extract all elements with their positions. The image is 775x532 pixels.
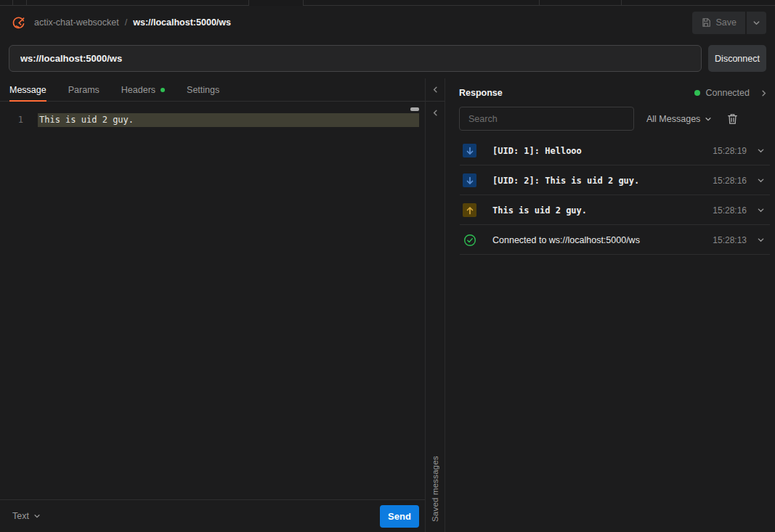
- request-header: actix-chat-websocket / ws://localhost:50…: [0, 6, 775, 39]
- message-type-label: Text: [12, 511, 29, 521]
- response-header: Response Connected: [445, 83, 775, 103]
- chevron-right-icon: [760, 89, 768, 97]
- message-row[interactable]: This is uid 2 guy. 15:28:16: [445, 195, 775, 225]
- tab-divider: [621, 0, 622, 6]
- connection-status-label: Connected: [706, 88, 750, 98]
- message-row[interactable]: [UID: 1]: Hellooo 15:28:19: [445, 136, 775, 165]
- expand-saved-messages-button[interactable]: [429, 106, 442, 120]
- breadcrumb: actix-chat-websocket / ws://localhost:50…: [34, 17, 231, 28]
- response-toolbar: All Messages: [445, 103, 775, 131]
- message-editor[interactable]: 1 This is uid 2 guy.: [0, 102, 425, 499]
- tab-headers[interactable]: Headers: [121, 78, 165, 101]
- search-input[interactable]: [459, 107, 634, 131]
- message-filter-select[interactable]: All Messages: [646, 114, 712, 124]
- compose-bar: Text Send: [0, 499, 425, 532]
- tab-strip-border-left: [0, 5, 248, 6]
- chevron-left-icon: [431, 109, 439, 117]
- chevron-down-icon: [705, 115, 712, 123]
- editor-gutter: 1: [0, 113, 38, 499]
- arrow-down-icon: [463, 144, 476, 157]
- message-row[interactable]: Connected to ws://localhost:5000/ws 15:2…: [445, 225, 775, 255]
- tab-settings[interactable]: Settings: [187, 78, 219, 101]
- editor-content[interactable]: This is uid 2 guy.: [38, 113, 425, 499]
- chevron-down-icon: [33, 512, 41, 520]
- saved-messages-strip: Saved messages: [425, 78, 445, 532]
- expand-message-button[interactable]: [755, 175, 766, 186]
- message-text: This is uid 2 guy.: [492, 205, 587, 216]
- message-text: Connected to ws://localhost:5000/ws: [492, 235, 640, 245]
- editor-scrollbar-thumb[interactable]: [410, 107, 419, 111]
- tab-divider: [303, 0, 304, 6]
- tab-headers-label: Headers: [121, 85, 155, 95]
- message-type-select[interactable]: Text: [12, 511, 41, 521]
- trash-icon: [727, 113, 738, 125]
- message-timestamp: 15:28:16: [713, 176, 747, 186]
- message-text: [UID: 1]: Hellooo: [492, 146, 582, 156]
- save-button-group: Save: [692, 12, 767, 34]
- chevron-down-icon: [752, 19, 760, 27]
- headers-modified-dot: [161, 88, 165, 92]
- message-filter-label: All Messages: [646, 114, 700, 124]
- tab-message[interactable]: Message: [9, 78, 46, 101]
- message-timestamp: 15:28:19: [713, 146, 747, 156]
- breadcrumb-collection[interactable]: actix-chat-websocket: [34, 17, 119, 28]
- websocket-icon: [12, 16, 25, 30]
- editor-line-1[interactable]: This is uid 2 guy.: [38, 113, 419, 127]
- message-timestamp: 15:28:16: [713, 205, 747, 216]
- collapse-left-icon[interactable]: [429, 83, 442, 97]
- request-tabs: Message Params Headers Settings: [0, 78, 425, 102]
- app-tab-strip: [0, 0, 775, 6]
- arrow-down-icon: [463, 173, 476, 187]
- tab-message-label: Message: [9, 85, 46, 95]
- save-button[interactable]: Save: [692, 12, 746, 34]
- arrow-up-icon: [463, 203, 476, 217]
- disconnect-button[interactable]: Disconnect: [708, 45, 766, 72]
- tab-divider: [248, 0, 249, 6]
- line-number: 1: [0, 113, 23, 127]
- connection-status-dot: [694, 90, 700, 96]
- send-button[interactable]: Send: [380, 505, 419, 528]
- url-bar: Disconnect: [0, 39, 775, 72]
- chevron-down-icon: [757, 236, 765, 244]
- tab-divider: [539, 0, 540, 6]
- expand-message-button[interactable]: [755, 205, 766, 216]
- tab-params[interactable]: Params: [68, 78, 100, 101]
- breadcrumb-request-name: ws://localhost:5000/ws: [133, 17, 231, 28]
- breadcrumb-separator: /: [125, 17, 127, 28]
- message-timestamp: 15:28:13: [713, 235, 747, 245]
- collapse-response-button[interactable]: [757, 88, 771, 99]
- chevron-down-icon: [757, 176, 765, 184]
- tab-divider: [12, 0, 13, 6]
- message-text: [UID: 2]: This is uid 2 guy.: [492, 176, 639, 186]
- expand-message-button[interactable]: [755, 145, 766, 156]
- response-title: Response: [459, 88, 503, 98]
- websocket-url-input[interactable]: [9, 45, 702, 72]
- expand-message-button[interactable]: [755, 234, 766, 245]
- message-list: [UID: 1]: Hellooo 15:28:19 [UID: 2]: Thi…: [445, 136, 775, 255]
- save-button-label: Save: [716, 17, 737, 28]
- chevron-down-icon: [757, 206, 765, 214]
- chevron-down-icon: [757, 147, 765, 155]
- main-split: Message Params Headers Settings 1 This i…: [0, 78, 775, 532]
- clear-messages-button[interactable]: [726, 112, 739, 126]
- tab-divider: [26, 0, 27, 6]
- response-panel: Response Connected All Messages: [445, 78, 775, 532]
- save-options-button[interactable]: [747, 12, 766, 34]
- strip-top: [426, 78, 445, 102]
- message-row[interactable]: [UID: 2]: This is uid 2 guy. 15:28:16: [445, 165, 775, 195]
- tab-params-label: Params: [68, 85, 100, 95]
- check-circle-icon: [463, 233, 476, 247]
- save-icon: [701, 17, 711, 28]
- saved-messages-label[interactable]: Saved messages: [431, 456, 439, 522]
- request-panel: Message Params Headers Settings 1 This i…: [0, 78, 425, 532]
- tab-settings-label: Settings: [187, 85, 219, 95]
